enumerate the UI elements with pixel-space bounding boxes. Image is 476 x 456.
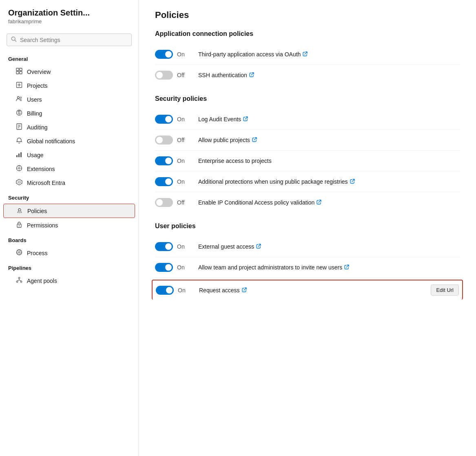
toggle-oauth[interactable]: [155, 50, 173, 59]
sidebar-item-global-notifications[interactable]: Global notifications: [3, 134, 135, 148]
toggle-label-guest-access: On: [177, 243, 188, 250]
policy-name-ip-conditional: Enable IP Conditional Access policy vali…: [198, 199, 460, 206]
svg-rect-2: [16, 68, 19, 71]
section-application-connection: Application connection policiesOnThird-p…: [155, 30, 460, 85]
policy-link-invite-users[interactable]: [344, 265, 349, 271]
sidebar-item-label-auditing: Auditing: [27, 124, 48, 131]
policy-name-enterprise-access: Enterprise access to projects: [198, 158, 460, 164]
svg-point-9: [18, 97, 20, 99]
toggle-ssh[interactable]: [155, 71, 173, 80]
svg-rect-3: [20, 68, 22, 71]
sidebar-item-label-microsoft-entra: Microsoft Entra: [27, 180, 65, 186]
sidebar-item-permissions[interactable]: Permissions: [3, 218, 135, 232]
toggle-wrapper-log-audit: On: [155, 115, 192, 124]
sidebar-item-billing[interactable]: Billing: [3, 107, 135, 120]
toggle-log-audit[interactable]: [155, 115, 173, 124]
policy-link-guest-access[interactable]: [256, 244, 261, 250]
section-user-policies: User policiesOnExternal guest accessOnAl…: [155, 222, 460, 300]
svg-point-10: [20, 97, 22, 98]
toggle-enterprise-access[interactable]: [155, 156, 173, 165]
policy-link-ssh[interactable]: [249, 73, 254, 78]
overview-icon: [15, 68, 23, 76]
policy-row-guest-access: OnExternal guest access: [155, 236, 460, 257]
toggle-ip-conditional[interactable]: [155, 198, 173, 207]
sidebar-item-projects[interactable]: Projects: [3, 79, 135, 92]
sidebar-item-label-billing: Billing: [27, 110, 42, 117]
sidebar-item-label-extensions: Extensions: [27, 166, 55, 172]
policy-name-oauth: Third-party application access via OAuth: [198, 51, 460, 58]
sidebar-item-label-agent-pools: Agent pools: [27, 278, 57, 284]
section-title-application-connection: Application connection policies: [155, 30, 460, 38]
policies-icon: [16, 207, 23, 215]
section-security-policies: Security policiesOnLog Audit EventsOffAl…: [155, 95, 460, 213]
sidebar-item-overview[interactable]: Overview: [3, 65, 135, 78]
permissions-icon: [15, 221, 23, 229]
edit-url-button[interactable]: Edit Url: [431, 285, 459, 296]
process-icon: [15, 249, 23, 257]
policy-link-log-audit[interactable]: [243, 117, 248, 122]
toggle-wrapper-invite-users: On: [155, 263, 192, 272]
svg-line-37: [20, 254, 21, 254]
sidebar-item-process[interactable]: Process: [3, 246, 135, 260]
toggle-wrapper-guest-access: On: [155, 242, 192, 251]
policy-name-invite-users: Allow team and project administrators to…: [198, 264, 460, 271]
policy-name-ssh: SSH authentication: [198, 72, 460, 78]
svg-point-27: [18, 209, 21, 211]
policy-link-package-registries[interactable]: [350, 179, 355, 185]
policy-link-oauth[interactable]: [303, 52, 308, 58]
svg-line-36: [17, 250, 18, 251]
sidebar-item-users[interactable]: Users: [3, 93, 135, 106]
svg-rect-17: [18, 153, 20, 157]
search-box[interactable]: [7, 33, 132, 46]
toggle-wrapper-request-access: On: [156, 286, 193, 295]
toggle-label-oauth: On: [177, 51, 188, 58]
search-input[interactable]: [20, 37, 127, 43]
svg-line-1: [15, 40, 16, 42]
section-title-user-policies: User policies: [155, 222, 460, 230]
svg-line-38: [17, 254, 18, 254]
extensions-icon: [15, 165, 23, 173]
sidebar: Organization Settin... fabrikamprime Gen…: [0, 0, 139, 456]
sidebar-item-usage[interactable]: Usage: [3, 148, 135, 162]
svg-point-31: [18, 251, 20, 253]
policy-link-public-projects[interactable]: [252, 138, 257, 143]
toggle-public-projects[interactable]: [155, 136, 173, 145]
policy-row-ssh: OffSSH authentication: [155, 65, 460, 85]
toggle-invite-users[interactable]: [155, 263, 173, 272]
policy-link-request-access[interactable]: [242, 288, 247, 294]
toggle-wrapper-ip-conditional: Off: [155, 198, 192, 207]
section-title-security-policies: Security policies: [155, 95, 460, 102]
toggle-wrapper-enterprise-access: On: [155, 156, 192, 165]
policy-link-ip-conditional[interactable]: [317, 200, 321, 206]
policy-name-package-registries: Additional protections when using public…: [198, 178, 460, 185]
svg-rect-4: [16, 71, 19, 74]
sidebar-item-agent-pools[interactable]: Agent pools: [3, 274, 135, 287]
policy-name-guest-access: External guest access: [198, 243, 460, 250]
sidebar-item-auditing[interactable]: Auditing: [3, 120, 135, 134]
projects-icon: [15, 82, 23, 89]
sidebar-item-label-permissions: Permissions: [27, 222, 58, 229]
org-title: Organization Settin...: [8, 8, 130, 18]
svg-rect-16: [16, 155, 18, 157]
policy-name-public-projects: Allow public projects: [198, 137, 460, 143]
toggle-guest-access[interactable]: [155, 242, 173, 251]
toggle-wrapper-package-registries: On: [155, 177, 192, 186]
agent-pools-icon: [15, 277, 23, 285]
sidebar-item-label-process: Process: [27, 250, 48, 256]
toggle-label-enterprise-access: On: [177, 158, 188, 164]
billing-icon: [15, 109, 23, 117]
org-subtitle: fabrikamprime: [8, 18, 130, 24]
sidebar-item-extensions[interactable]: Extensions: [3, 162, 135, 176]
toggle-package-registries[interactable]: [155, 177, 173, 186]
sidebar-item-policies[interactable]: Policies: [3, 204, 135, 218]
sidebar-item-microsoft-entra[interactable]: Microsoft Entra: [3, 176, 135, 189]
sidebar-item-label-projects: Projects: [27, 82, 48, 89]
toggle-request-access[interactable]: [156, 286, 174, 295]
toggle-label-package-registries: On: [177, 178, 188, 185]
svg-point-29: [19, 225, 20, 226]
policy-name-request-access: Request access: [199, 287, 424, 294]
sidebar-item-label-overview: Overview: [27, 69, 51, 75]
policy-row-log-audit: OnLog Audit Events: [155, 109, 460, 130]
svg-marker-26: [18, 181, 20, 183]
global-notifications-icon: [15, 137, 23, 145]
